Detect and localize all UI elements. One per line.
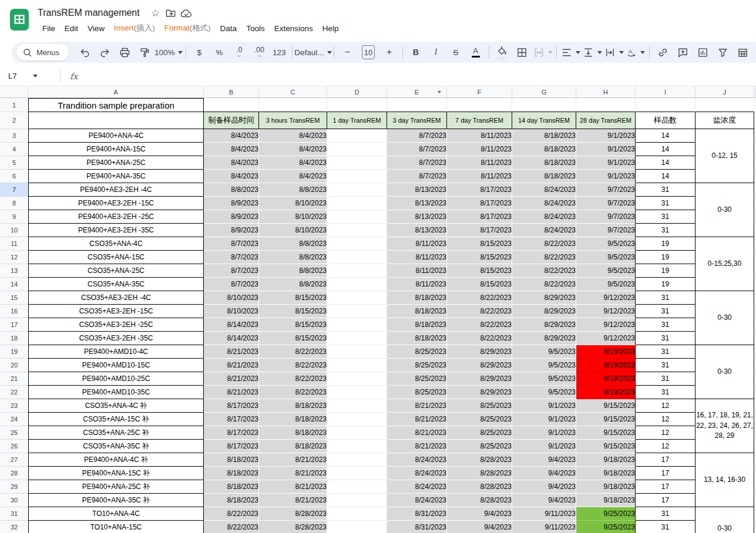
menu-item-edit[interactable]: Edit <box>60 21 83 35</box>
cell-D1[interactable] <box>327 98 387 112</box>
cell-E13[interactable]: 8/11/2023 <box>387 264 447 278</box>
cell-H17[interactable]: 9/12/2023 <box>576 318 636 332</box>
cloud-status-button[interactable] <box>179 5 194 21</box>
cell-D7[interactable] <box>327 183 387 197</box>
cell-E15[interactable]: 8/18/2023 <box>387 291 447 305</box>
row-header-29[interactable]: 29 <box>0 480 28 494</box>
cell-B18[interactable]: 8/14/2023 <box>204 332 259 345</box>
menu-item-help[interactable]: Help <box>318 21 344 35</box>
cell-G24[interactable]: 9/1/2023 <box>512 413 576 426</box>
cell-J23[interactable]: 16, 17, 18, 19, 21, 22, 23, 24, 26, 27, … <box>695 399 754 453</box>
cell-I3[interactable]: 14 <box>636 129 695 143</box>
cell-A26[interactable]: CSO35+ANA-35C 补 <box>28 440 204 453</box>
row-header-3[interactable]: 3 <box>0 129 28 143</box>
cell-E24[interactable]: 8/21/2023 <box>387 413 447 426</box>
cell-E28[interactable]: 8/24/2023 <box>387 467 447 480</box>
cell-H31[interactable]: 9/25/2023 <box>576 507 636 521</box>
cell-H14[interactable]: 9/5/2023 <box>576 278 636 291</box>
cell-C19[interactable]: 8/22/2023 <box>259 345 327 359</box>
cell-C7[interactable]: 8/8/2023 <box>259 183 327 197</box>
cell-E7[interactable]: 8/13/2023 <box>387 183 447 197</box>
cell-E6[interactable]: 8/7/2023 <box>387 170 447 183</box>
cell-A20[interactable]: PE9400+AMD10-15C <box>28 359 204 372</box>
cell-F31[interactable]: 9/4/2023 <box>447 507 512 521</box>
cell-B12[interactable]: 8/7/2023 <box>204 251 259 264</box>
cell-C31[interactable]: 8/28/2023 <box>259 507 327 521</box>
cell-D24[interactable] <box>327 413 387 426</box>
row-header-24[interactable]: 24 <box>0 413 28 426</box>
cell-G8[interactable]: 8/24/2023 <box>512 197 576 210</box>
cell-F5[interactable]: 8/11/2023 <box>447 156 512 170</box>
cell-H3[interactable]: 9/1/2023 <box>576 129 636 143</box>
cell-H9[interactable]: 9/7/2023 <box>576 210 636 224</box>
cell-I18[interactable]: 31 <box>636 332 695 345</box>
cell-A14[interactable]: CSO35+ANA-35C <box>28 278 204 291</box>
row-header-9[interactable]: 9 <box>0 210 28 224</box>
cell-I16[interactable]: 31 <box>636 305 695 318</box>
cell-B32[interactable]: 8/22/2023 <box>204 521 259 533</box>
insert-comment-button[interactable] <box>674 44 691 60</box>
star-button[interactable]: ☆ <box>148 5 163 21</box>
cell-F15[interactable]: 8/22/2023 <box>447 291 512 305</box>
cell-D14[interactable] <box>327 278 387 291</box>
cell-G11[interactable]: 8/22/2023 <box>512 237 576 251</box>
cell-D13[interactable] <box>327 264 387 278</box>
cell-I19[interactable]: 31 <box>636 345 695 359</box>
cell-H15[interactable]: 9/12/2023 <box>576 291 636 305</box>
cell-E22[interactable]: 8/25/2023 <box>387 386 447 399</box>
row-header-4[interactable]: 4 <box>0 143 28 156</box>
cell-D18[interactable] <box>327 332 387 345</box>
cell-J15[interactable]: 0-30 <box>695 291 754 345</box>
cell-H23[interactable]: 9/15/2023 <box>576 399 636 413</box>
cell-E31[interactable]: 8/31/2023 <box>387 507 447 521</box>
cell-B20[interactable]: 8/21/2023 <box>204 359 259 372</box>
cell-B9[interactable]: 8/9/2023 <box>204 210 259 224</box>
column-header-E[interactable]: E <box>387 86 447 98</box>
cell-B4[interactable]: 8/4/2023 <box>204 143 259 156</box>
cell-J27[interactable]: 13, 14, 16-30 <box>695 453 754 507</box>
cell-I5[interactable]: 14 <box>636 156 695 170</box>
font-size-button[interactable]: 10 <box>359 44 377 60</box>
cell-I26[interactable]: 12 <box>636 440 695 453</box>
cell-D23[interactable] <box>327 399 387 413</box>
cell-E30[interactable]: 8/24/2023 <box>387 494 447 507</box>
cell-H25[interactable]: 9/15/2023 <box>576 426 636 440</box>
cell-E29[interactable]: 8/24/2023 <box>387 480 447 494</box>
cell-I15[interactable]: 31 <box>636 291 695 305</box>
cell-E8[interactable]: 8/13/2023 <box>387 197 447 210</box>
cell-D21[interactable] <box>327 372 387 386</box>
cell-C5[interactable]: 8/4/2023 <box>259 156 327 170</box>
cell-G7[interactable]: 8/24/2023 <box>512 183 576 197</box>
horizontal-align-button[interactable] <box>562 44 580 60</box>
cell-B16[interactable]: 8/10/2023 <box>204 305 259 318</box>
cell-B27[interactable]: 8/18/2023 <box>204 453 259 467</box>
cell-G13[interactable]: 8/22/2023 <box>512 264 576 278</box>
cell-I22[interactable]: 31 <box>636 386 695 399</box>
cell-F29[interactable]: 8/28/2023 <box>447 480 512 494</box>
cell-A21[interactable]: PE9400+AMD10-25C <box>28 372 204 386</box>
cell-F2[interactable]: 7 day TransREM <box>447 112 512 129</box>
fill-color-button[interactable] <box>494 44 510 60</box>
cell-E4[interactable]: 8/7/2023 <box>387 143 447 156</box>
print-button[interactable] <box>116 44 133 60</box>
cell-G5[interactable]: 8/18/2023 <box>512 156 576 170</box>
cell-I10[interactable]: 31 <box>636 224 695 237</box>
cell-J7[interactable]: 0-30 <box>695 183 754 237</box>
cell-I12[interactable]: 19 <box>636 251 695 264</box>
cell-B30[interactable]: 8/18/2023 <box>204 494 259 507</box>
menu-item-tools[interactable]: Tools <box>241 21 270 35</box>
column-header-B[interactable]: B <box>204 86 259 98</box>
cell-A8[interactable]: PE9400+AE3-2EH -15C <box>28 197 204 210</box>
cell-H18[interactable]: 9/12/2023 <box>576 332 636 345</box>
cell-G1[interactable] <box>512 98 576 112</box>
merge-cells-button[interactable] <box>534 44 552 60</box>
row-header-6[interactable]: 6 <box>0 170 28 183</box>
cell-A5[interactable]: PE9400+ANA-25C <box>28 156 204 170</box>
cell-E27[interactable]: 8/24/2023 <box>387 453 447 467</box>
cell-J31[interactable]: 0-30 <box>695 507 754 533</box>
select-all-corner[interactable] <box>0 86 28 98</box>
cell-B3[interactable]: 8/4/2023 <box>204 129 259 143</box>
cell-F17[interactable]: 8/22/2023 <box>447 318 512 332</box>
cell-D19[interactable] <box>327 345 387 359</box>
cell-C14[interactable]: 8/8/2023 <box>259 278 327 291</box>
